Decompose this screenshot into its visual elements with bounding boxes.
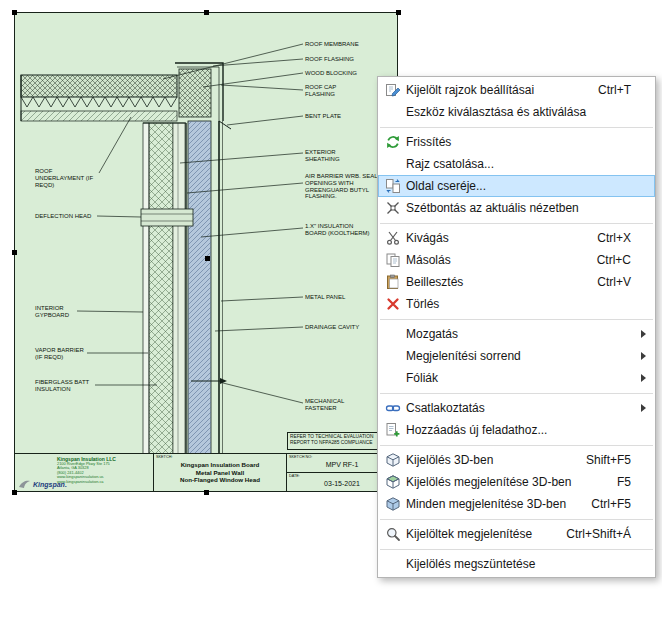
label-fiberglass-batt: FIBERGLASS BATT INSULATION	[35, 379, 91, 393]
title-block-sketch-cell: SKETCH: Kingspan Insulation Board Metal …	[153, 454, 286, 491]
menu-item-paste[interactable]: Beillesztés Ctrl+V	[378, 271, 655, 293]
selection-handle[interactable]	[12, 10, 17, 15]
copy-icon	[380, 252, 406, 268]
menu-item-shortcut: Ctrl+V	[597, 275, 631, 289]
drawing-settings-icon	[380, 82, 406, 98]
menu-separator	[380, 319, 653, 320]
menu-item-layers[interactable]: Fóliák	[378, 367, 655, 389]
menu-item-explode-in-view[interactable]: Szétbontás az aktuális nézetben	[378, 197, 655, 219]
menu-separator	[380, 127, 653, 128]
context-menu: Kijelölt rajzok beállításai Ctrl+T Eszkö…	[377, 76, 656, 578]
menu-item-label: Eszköz kiválasztása és aktiválása	[406, 105, 631, 119]
sketch-label: SKETCH:	[156, 455, 172, 459]
label-interior-gypboard: INTERIOR GYPBOARD	[35, 305, 75, 319]
menu-item-shortcut: Ctrl+T	[598, 83, 631, 97]
delete-icon	[380, 296, 406, 312]
title-block: Kingspan Insulation LLC 2100 RiverEdge P…	[15, 453, 397, 491]
title-block-company-cell: Kingspan Insulation LLC 2100 RiverEdge P…	[15, 454, 153, 491]
menu-item-label: Kijelöltek megjelenítése	[406, 527, 566, 541]
label-roof-cap-flashing: ROOF CAP FLASHING	[305, 84, 353, 98]
submenu-arrow-icon	[641, 404, 646, 412]
menu-item-copy[interactable]: Másolás Ctrl+C	[378, 249, 655, 271]
label-deflection-head: DEFLECTION HEAD	[35, 213, 105, 220]
menu-separator	[380, 445, 653, 446]
menu-item-shortcut: Shift+F5	[586, 453, 631, 467]
sketch-title-line: Kingspan Insulation Board	[154, 461, 286, 469]
kingspan-logo: Kingspan.	[18, 479, 67, 489]
refresh-icon	[380, 134, 406, 150]
menu-separator	[380, 549, 653, 550]
sketch-title-line: Non-Flanged Window Head	[154, 476, 286, 484]
drawing-anchor-handle[interactable]	[205, 256, 210, 261]
menu-separator	[380, 393, 653, 394]
menu-item-move[interactable]: Mozgatás	[378, 323, 655, 345]
menu-item-shortcut: Ctrl+X	[597, 231, 631, 245]
menu-item-replace-page[interactable]: Oldal cseréje...	[378, 175, 655, 197]
menu-item-hotlink[interactable]: Csatlakoztatás	[378, 397, 655, 419]
menu-item-shortcut: Ctrl+Shift+Á	[566, 527, 631, 541]
add-task-icon	[380, 422, 406, 438]
menu-item-label: Oldal cseréje...	[406, 179, 631, 193]
selection-handle[interactable]	[12, 490, 17, 495]
sketch-no-label: SKETCH NO:	[289, 455, 312, 459]
menu-item-show-all-in-3d[interactable]: Minden megjelenítése 3D-ben Ctrl+F5	[378, 493, 655, 515]
menu-item-deselect[interactable]: Kijelölés megszüntetése	[378, 553, 655, 575]
swap-page-icon	[380, 178, 406, 194]
menu-item-select-in-3d[interactable]: Kijelölés 3D-ben Shift+F5	[378, 449, 655, 471]
menu-item-label: Törlés	[406, 297, 631, 311]
menu-separator	[380, 223, 653, 224]
explode-icon	[380, 200, 406, 216]
menu-item-label: Frissítés	[406, 135, 631, 149]
menu-item-label: Kijelölt rajzok beállításai	[406, 83, 598, 97]
label-roof-underlayment: ROOF UNDERLAYMENT (IF REQD)	[35, 168, 99, 188]
submenu-arrow-icon	[641, 374, 646, 382]
label-insulation-board: 1.X" INSULATION BOARD (KOOLTHERM)	[305, 223, 375, 237]
show-all-3d-icon	[380, 496, 406, 512]
label-vapor-barrier: VAPOR BARRIER (IF REQD)	[35, 347, 87, 361]
kingspan-bird-icon	[18, 479, 31, 489]
menu-item-drawing-settings[interactable]: Kijelölt rajzok beállításai Ctrl+T	[378, 79, 655, 101]
selection-handle[interactable]	[396, 10, 401, 15]
menu-item-shortcut: Ctrl+F5	[591, 497, 631, 511]
menu-item-label: Mozgatás	[406, 327, 631, 341]
menu-item-label: Megjelenítési sorrend	[406, 349, 631, 363]
menu-item-refresh[interactable]: Frissítés	[378, 131, 655, 153]
label-roof-flashing: ROOF FLASHING	[305, 56, 395, 63]
menu-item-label: Szétbontás az aktuális nézetben	[406, 201, 631, 215]
cut-icon	[380, 230, 406, 246]
menu-item-label: Fóliák	[406, 371, 631, 385]
selection-handle[interactable]	[204, 490, 209, 495]
select-3d-icon	[380, 452, 406, 468]
menu-item-display-order[interactable]: Megjelenítési sorrend	[378, 345, 655, 367]
menu-item-delete[interactable]: Törlés	[378, 293, 655, 315]
menu-item-show-selected[interactable]: Kijelöltek megjelenítése Ctrl+Shift+Á	[378, 523, 655, 545]
paste-icon	[380, 274, 406, 290]
submenu-arrow-icon	[641, 330, 646, 338]
selection-handle[interactable]	[204, 10, 209, 15]
menu-item-label: Másolás	[406, 253, 597, 267]
link-icon	[380, 400, 406, 416]
kingspan-logo-text: Kingspan.	[33, 481, 67, 488]
menu-separator	[380, 519, 653, 520]
sketch-title-line: Metal Panel Wall	[154, 469, 286, 477]
technical-note: REFER TO TECHNICAL EVALUATION REPORT TO …	[287, 432, 391, 450]
worksheet-view: { "colors": { "paper_green": "#d9edd6", …	[0, 0, 662, 632]
label-roof-membrane: ROOF MEMBRANE	[305, 41, 395, 48]
selection-handle[interactable]	[12, 250, 17, 255]
menu-item-label: Kivágás	[406, 231, 597, 245]
menu-item-add-to-task[interactable]: Hozzáadás új feladathoz...	[378, 419, 655, 441]
menu-item-link-drawing[interactable]: Rajz csatolása...	[378, 153, 655, 175]
menu-item-label: Kijelölés megszüntetése	[406, 557, 631, 571]
menu-item-label: Csatlakoztatás	[406, 401, 631, 415]
menu-item-label: Hozzáadás új feladathoz...	[406, 423, 631, 437]
menu-item-label: Minden megjelenítése 3D-ben	[406, 497, 591, 511]
drawing-sheet[interactable]: ROOF MEMBRANE ROOF FLASHING WOOD BLOCKIN…	[14, 12, 398, 492]
menu-item-show-selection-in-3d[interactable]: Kijelölés megjelenítése 3D-ben F5	[378, 471, 655, 493]
menu-item-cut[interactable]: Kivágás Ctrl+X	[378, 227, 655, 249]
menu-item-label: Rajz csatolása...	[406, 157, 631, 171]
label-air-barrier: AIR BARRIER WRB. SEAL OPENINGS WITH GREE…	[305, 173, 387, 200]
menu-item-label: Beillesztés	[406, 275, 597, 289]
menu-item-activate-tool[interactable]: Eszköz kiválasztása és aktiválása	[378, 101, 655, 123]
submenu-arrow-icon	[641, 352, 646, 360]
label-exterior-sheathing: EXTERIOR SHEATHING	[305, 149, 357, 163]
